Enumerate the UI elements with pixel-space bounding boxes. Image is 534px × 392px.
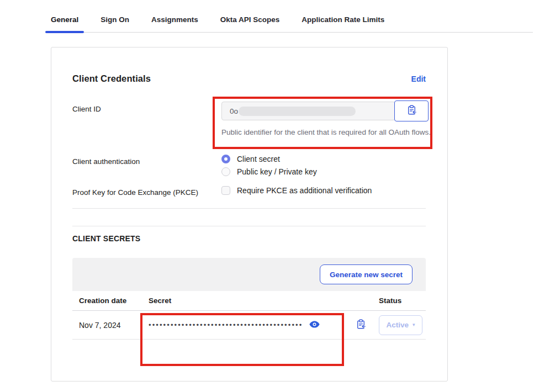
pkce-checkbox-label: Require PKCE as additional verification bbox=[237, 186, 372, 195]
client-id-row: Client ID 0o bbox=[72, 100, 426, 139]
pkce-row: Proof Key for Code Exchange (PKCE) Requi… bbox=[72, 186, 426, 197]
client-id-visible-prefix: 0o bbox=[230, 107, 238, 115]
client-id-field[interactable]: 0o bbox=[221, 102, 395, 120]
client-id-input-group: 0o bbox=[221, 100, 429, 121]
column-header-secret: Secret bbox=[149, 296, 342, 305]
eye-icon bbox=[309, 321, 320, 330]
client-secrets-table: Generate new secret Creation date Secret… bbox=[72, 258, 426, 340]
clipboard-copy-icon bbox=[356, 319, 366, 331]
tab-general[interactable]: General bbox=[45, 13, 84, 32]
section-divider bbox=[72, 208, 426, 209]
radio-selected-icon[interactable] bbox=[221, 155, 230, 163]
app-tab-bar: General Sign On Assignments Okta API Sco… bbox=[45, 13, 533, 33]
pkce-checkbox-option[interactable]: Require PKCE as additional verification bbox=[221, 186, 426, 195]
section-title: Client Credentials bbox=[72, 73, 151, 84]
tab-sign-on[interactable]: Sign On bbox=[95, 13, 135, 32]
table-row: Nov 7, 2024 ••••••••••••••••••••••••••••… bbox=[72, 311, 426, 340]
column-header-status: Status bbox=[379, 296, 426, 305]
status-label: Active bbox=[386, 321, 409, 329]
status-dropdown-button[interactable]: Active ▾ bbox=[379, 315, 422, 335]
radio-label: Client secret bbox=[237, 155, 280, 163]
generate-new-secret-button[interactable]: Generate new secret bbox=[320, 264, 413, 284]
reveal-secret-button[interactable] bbox=[309, 321, 320, 330]
client-id-redaction-blur bbox=[239, 107, 356, 116]
secret-actions-cell bbox=[342, 319, 379, 331]
clipboard-copy-icon bbox=[407, 105, 416, 117]
tab-okta-api-scopes[interactable]: Okta API Scopes bbox=[215, 13, 285, 32]
client-id-description: Public identifier for the client that is… bbox=[221, 126, 432, 139]
secret-cell: ••••••••••••••••••••••••••••••••••••••••… bbox=[149, 321, 342, 330]
section-divider bbox=[72, 226, 426, 226]
checkbox-unchecked-icon[interactable] bbox=[221, 186, 230, 195]
client-id-label: Client ID bbox=[72, 100, 221, 139]
masked-secret-value: ••••••••••••••••••••••••••••••••••••••••… bbox=[149, 321, 303, 329]
copy-secret-button[interactable] bbox=[348, 319, 366, 331]
client-authentication-row: Client authentication Client secret Publ… bbox=[72, 153, 426, 176]
radio-option-client-secret[interactable]: Client secret bbox=[221, 155, 426, 163]
tab-assignments[interactable]: Assignments bbox=[146, 13, 204, 32]
edit-link[interactable]: Edit bbox=[411, 75, 426, 83]
status-cell: Active ▾ bbox=[379, 315, 426, 335]
secrets-toolbar: Generate new secret bbox=[72, 258, 426, 291]
client-credentials-card: Client Credentials Edit Client ID 0o bbox=[51, 47, 448, 382]
creation-date-cell: Nov 7, 2024 bbox=[72, 321, 149, 330]
copy-client-id-button[interactable] bbox=[394, 100, 429, 121]
radio-label: Public key / Private key bbox=[237, 167, 317, 176]
client-authentication-label: Client authentication bbox=[72, 153, 221, 176]
chevron-down-icon: ▾ bbox=[413, 322, 415, 327]
client-secrets-heading: CLIENT SECRETS bbox=[72, 234, 426, 243]
pkce-label: Proof Key for Code Exchange (PKCE) bbox=[72, 186, 221, 197]
radio-option-public-private-key[interactable]: Public key / Private key bbox=[221, 167, 426, 176]
table-header-row: Creation date Secret Status bbox=[72, 291, 426, 311]
column-header-creation-date: Creation date bbox=[72, 296, 149, 305]
tab-application-rate-limits[interactable]: Application Rate Limits bbox=[296, 13, 390, 32]
radio-unselected-icon[interactable] bbox=[221, 167, 230, 176]
